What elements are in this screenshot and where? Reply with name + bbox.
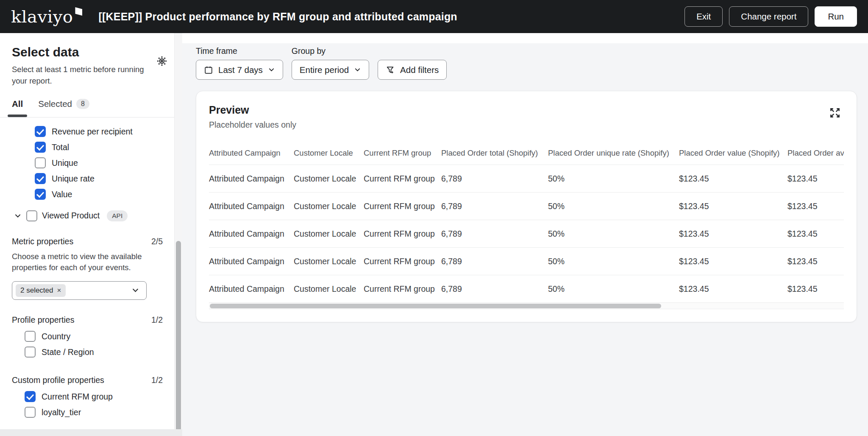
settings-gear-icon[interactable]	[156, 55, 168, 67]
group-by-dropdown[interactable]: Entire period	[292, 60, 369, 80]
profile-properties-header: Profile properties 1/2	[12, 315, 163, 325]
metric-option-checkbox[interactable]	[35, 157, 46, 168]
run-button[interactable]: Run	[815, 6, 857, 27]
table-cell: 6,789	[441, 257, 548, 266]
table-horizontal-scrollbar-thumb[interactable]	[210, 304, 661, 308]
expand-icon[interactable]	[829, 106, 841, 119]
metric-option-label: Value	[52, 190, 72, 199]
column-header: Customer Locale	[294, 148, 364, 158]
custom-property-row[interactable]: Current RFM group	[12, 389, 163, 405]
metric-option-row[interactable]: Unique rate	[12, 171, 163, 187]
table-cell: Current RFM group	[364, 201, 441, 211]
table-cell: 50%	[548, 284, 679, 294]
custom-property-label: loyalty_tier	[42, 408, 81, 417]
table-cell: $123.45	[787, 201, 844, 211]
selected-chip-label: 2 selected	[20, 286, 53, 295]
metric-option-row[interactable]: Total	[12, 140, 163, 155]
api-badge: API	[107, 210, 128, 221]
sidebar-scrollbar-thumb[interactable]	[176, 241, 181, 433]
report-title: [[KEEP]] Product performance by RFM grou…	[98, 11, 457, 23]
table-row: Attributed CampaignCustomer LocaleCurren…	[209, 275, 844, 303]
add-filters-label: Add filters	[400, 65, 439, 75]
table-cell: Attributed Campaign	[209, 284, 294, 294]
sidebar-title: Select data	[12, 45, 163, 59]
chevron-down-icon	[131, 286, 139, 294]
metric-option-label: Total	[52, 143, 69, 152]
profile-property-checkbox[interactable]	[25, 347, 36, 358]
sidebar-subtitle: Select at least 1 metric before running …	[12, 64, 148, 87]
time-frame-dropdown[interactable]: Last 7 days	[196, 60, 283, 80]
sidebar-bottom-scrollbar[interactable]	[0, 429, 182, 436]
viewed-product-row[interactable]: Viewed Product API	[12, 210, 163, 221]
metric-properties-count: 2/5	[151, 237, 163, 246]
custom-property-label: Current RFM group	[42, 392, 113, 402]
table-cell: 6,789	[441, 284, 548, 294]
metric-properties-header: Metric properties 2/5	[12, 237, 163, 246]
tab-selected[interactable]: Selected 8	[38, 99, 89, 109]
group-by-label: Group by	[292, 46, 369, 56]
profile-property-checkbox[interactable]	[25, 331, 36, 342]
report-panel: Time frame Last 7 days	[182, 43, 868, 436]
app-window: klaviyo [[KEEP]] Product performance by …	[0, 0, 868, 436]
metric-option-checkbox[interactable]	[35, 126, 46, 137]
custom-checkbox-list: Current RFM grouployalty_tier	[12, 389, 163, 420]
metric-option-checkbox[interactable]	[35, 173, 46, 184]
table-cell: 6,789	[441, 174, 548, 184]
topbar-actions: Exit Change report Run	[684, 6, 857, 27]
table-cell: 6,789	[441, 229, 548, 239]
metric-option-checkbox[interactable]	[35, 189, 46, 200]
profile-property-row[interactable]: Country	[12, 329, 163, 344]
metric-properties-select[interactable]: 2 selected ×	[12, 281, 147, 300]
chevron-down-icon	[354, 66, 361, 73]
chevron-down-icon[interactable]	[14, 212, 22, 220]
column-header: Attributed Campaign	[209, 148, 294, 158]
table-cell: 50%	[548, 257, 679, 266]
table-row: Attributed CampaignCustomer LocaleCurren…	[209, 248, 844, 275]
custom-profile-properties-label: Custom profile properties	[12, 375, 104, 385]
table-cell: Customer Locale	[294, 201, 364, 211]
custom-property-checkbox[interactable]	[25, 391, 36, 402]
table-cell: Attributed Campaign	[209, 257, 294, 266]
profile-property-row[interactable]: State / Region	[12, 344, 163, 360]
metric-option-row[interactable]: Unique	[12, 155, 163, 171]
custom-property-checkbox[interactable]	[25, 407, 36, 418]
group-by-value: Entire period	[300, 65, 349, 75]
metric-option-checkbox[interactable]	[35, 142, 46, 153]
exit-button[interactable]: Exit	[684, 6, 723, 27]
metric-option-label: Unique rate	[52, 174, 95, 184]
table-cell: Customer Locale	[294, 229, 364, 239]
change-report-button[interactable]: Change report	[729, 6, 808, 27]
table-horizontal-scrollbar-track[interactable]	[209, 303, 844, 309]
table-cell: Customer Locale	[294, 257, 364, 266]
chip-close-icon[interactable]: ×	[57, 287, 61, 294]
profile-properties-count: 1/2	[151, 315, 163, 325]
column-header: Placed Order av	[787, 148, 844, 158]
metric-option-label: Revenue per recipient	[52, 127, 133, 137]
table-body: Attributed CampaignCustomer LocaleCurren…	[209, 165, 844, 303]
viewed-product-checkbox[interactable]	[26, 210, 37, 221]
table-cell: $123.45	[787, 284, 844, 294]
table-cell: Attributed Campaign	[209, 174, 294, 184]
klaviyo-logo: klaviyo	[11, 8, 82, 25]
table-cell: $123.45	[787, 229, 844, 239]
metric-option-row[interactable]: Value	[12, 187, 163, 202]
column-header: Placed Order total (Shopify)	[441, 148, 548, 158]
custom-property-row[interactable]: loyalty_tier	[12, 405, 163, 420]
table-cell: Current RFM group	[364, 257, 441, 266]
tab-all[interactable]: All	[12, 99, 23, 109]
klaviyo-wordmark: klaviyo	[11, 7, 73, 26]
select-data-sidebar: Select data Select at least 1 metric bef…	[0, 33, 182, 436]
table-cell: $123.45	[679, 174, 787, 184]
table-cell: Attributed Campaign	[209, 201, 294, 211]
report-controls: Time frame Last 7 days	[196, 46, 857, 80]
table-cell: 50%	[548, 174, 679, 184]
profile-properties-label: Profile properties	[12, 315, 74, 325]
preview-card: Preview Placeholder values only Attribut…	[196, 91, 857, 322]
add-filters-button[interactable]: Add filters	[378, 60, 447, 80]
metric-option-row[interactable]: Revenue per recipient	[12, 124, 163, 140]
table-cell: $123.45	[679, 201, 787, 211]
table-cell: $123.45	[679, 284, 787, 294]
table-cell: Attributed Campaign	[209, 229, 294, 239]
sidebar-scrollbar-track[interactable]	[174, 33, 182, 429]
profile-property-label: State / Region	[42, 347, 94, 357]
